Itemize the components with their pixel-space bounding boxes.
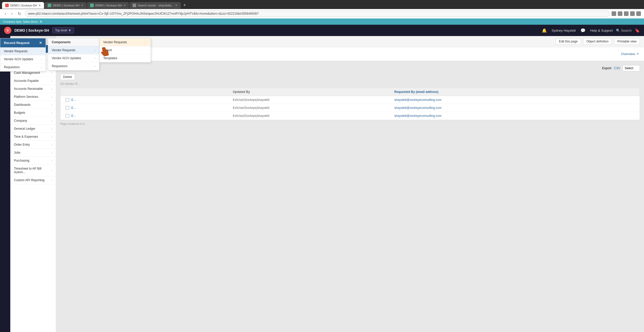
browser-icons — [612, 11, 641, 16]
tab-close-1[interactable]: ✕ — [38, 4, 41, 7]
sidebar-item-order-entry[interactable]: Order Entry › — [10, 141, 56, 149]
tab-1[interactable]: DEMO | Sockeye-SH ✕ — [2, 2, 44, 9]
page-toolbar: Edit this page Object definition Printab… — [56, 36, 644, 47]
export-csv-link[interactable]: CSV — [614, 66, 620, 70]
back-button[interactable]: ‹ — [3, 11, 7, 16]
top-level-button[interactable]: Top level ▼ — [52, 27, 74, 33]
action-controls: Delete — [60, 74, 640, 80]
sidebar-chevron-6: › — [51, 95, 52, 98]
new-tab-button[interactable]: + — [181, 2, 188, 9]
sidebar-label-construction: Construction | Sockeye — [14, 55, 46, 59]
sidebar-label-cash-management: Cash Management — [14, 71, 40, 75]
all-vendors-label: All Vendor R... — [60, 82, 640, 86]
tab-all[interactable]: All — [61, 50, 74, 58]
overview-link[interactable]: Overview ↗ — [621, 52, 639, 56]
sidebar-chevron-8: › — [51, 111, 52, 114]
sidebar-item-platform-services[interactable]: Platform Services › — [10, 93, 56, 101]
help-link[interactable]: Help & Support — [590, 29, 613, 32]
sidebar-label-budgets: Budgets — [14, 111, 25, 115]
edit-page-button[interactable]: Edit this page — [556, 38, 581, 45]
sidebar-label-order-entry: Order Entry — [14, 143, 30, 146]
sidebar-collapse-icon[interactable]: ▼ — [49, 39, 52, 42]
tab-favicon-1 — [5, 4, 9, 7]
sidebar-item-budgets[interactable]: Budgets › — [10, 109, 56, 117]
delete-button[interactable]: Delete — [60, 74, 75, 80]
tab-4[interactable]: Search results - shaysletta... ✕ — [129, 2, 181, 9]
sidebar-item-accounts-payable[interactable]: Accounts Payable › — [10, 77, 56, 85]
view-controls: View: A... — [60, 65, 80, 71]
row3-name[interactable]: E... — [71, 114, 233, 118]
sidebar-item-reports[interactable]: Reports › — [10, 61, 56, 69]
tab-close-3[interactable]: ✕ — [123, 4, 126, 7]
url-input[interactable] — [25, 11, 610, 17]
content-wrapper: Edit this page Object definition Printab… — [56, 36, 644, 332]
sidebar-item-construction[interactable]: Construction | Sockeye › — [10, 53, 56, 61]
sidebar-header: Record Request ▼ — [10, 36, 56, 45]
forward-button[interactable]: › — [10, 11, 14, 16]
table-row-3: E... ExtUser|Sockeye|shayslett shayslett… — [60, 112, 640, 120]
sidebar-label-reports: Reports — [14, 63, 25, 67]
home-icon[interactable]: ⌂ — [4, 48, 6, 52]
sidebar-item-cash-management[interactable]: Cash Management › — [10, 69, 56, 77]
browser-ext-icon-4 — [630, 11, 635, 16]
row3-requested[interactable]: shayslett@sockeyeconsulting.com — [394, 114, 637, 118]
view-selector[interactable]: A... — [70, 65, 80, 71]
sidebar-item-accounts-receivable[interactable]: Accounts Receivable › — [10, 85, 56, 93]
tab-label-4: Search results - shaysletta... — [138, 4, 173, 7]
tab-close-4[interactable]: ✕ — [175, 4, 178, 7]
sidebar-chevron-10: › — [51, 127, 52, 130]
sidebar-label-accounts-receivable: Accounts Receivable — [14, 87, 43, 91]
sidebar-item-jobs[interactable]: Jobs › — [10, 149, 56, 157]
printable-view-button[interactable]: Printable view — [614, 38, 640, 45]
sidebar-item-time-expenses[interactable]: Time & Expenses › — [10, 133, 56, 141]
row2-updated: ExtUser|Sockeye|shayslett — [233, 106, 394, 110]
col-header-name — [71, 90, 233, 94]
sidebar-chevron-0: › — [51, 48, 52, 50]
object-definition-button[interactable]: Object definition — [583, 38, 612, 45]
content-body-wrapper: View: A... Export: CSV Select Delete — [56, 61, 644, 332]
select-dropdown[interactable]: Select — [622, 65, 640, 71]
search-button[interactable]: 🔍 Search — [616, 29, 632, 32]
sidebar-item-purchasing[interactable]: Purchasing › — [10, 157, 56, 165]
star-icon[interactable]: ★ — [3, 39, 7, 43]
browser-ext-icon-2 — [618, 11, 622, 16]
table-area: View: A... Export: CSV Select Delete — [56, 61, 644, 332]
row1-requested[interactable]: shayslett@sockeyeconsulting.com — [394, 98, 637, 102]
tab-close-2[interactable]: ✕ — [81, 4, 83, 7]
user-name[interactable]: Sydney Hayslett — [552, 29, 576, 32]
tab-2[interactable]: DEMO | Sockeye-SH ✕ — [45, 2, 86, 9]
tab-3[interactable]: DEMO | Sockeye-SH ✕ — [87, 2, 129, 9]
col-header-updated: Updated By — [233, 90, 394, 94]
sidebar-item-record-request[interactable]: Record Request › — [10, 45, 56, 53]
company-bar-close[interactable]: ✕ — [39, 20, 42, 24]
row1-name[interactable]: E... — [71, 98, 233, 102]
chat-icon[interactable]: 💬 — [580, 28, 586, 33]
col-header-requested: Requested By (email address) — [394, 90, 637, 94]
sidebar-item-dashboards[interactable]: Dashboards › — [10, 101, 56, 109]
overview-text: Overview — [621, 52, 635, 56]
sidebar-label-platform-services: Platform Services — [14, 95, 38, 99]
sidebar-chevron-16: › — [51, 179, 52, 182]
tab-favicon-3 — [90, 4, 94, 7]
row2-name[interactable]: E... — [71, 106, 233, 110]
side-icons: ★ ⌂ — [0, 36, 10, 332]
row2-checkbox[interactable] — [64, 106, 71, 110]
sidebar-item-timesheet-ap[interactable]: Timesheet to AP Bill Autom... › — [10, 165, 56, 176]
row2-requested[interactable]: shayslett@sockeyeconsulting.com — [394, 106, 637, 110]
reload-button[interactable]: ↻ — [16, 11, 23, 17]
row3-updated: ExtUser|Sockeye|shayslett — [233, 114, 394, 118]
sidebar-label-general-ledger: General Ledger — [14, 127, 35, 130]
sidebar-item-company[interactable]: Company › — [10, 117, 56, 125]
sidebar-item-general-ledger[interactable]: General Ledger › — [10, 125, 56, 133]
row3-checkbox[interactable] — [64, 114, 71, 118]
tab-label-1: DEMO | Sockeye-SH — [10, 4, 37, 7]
search-icon: 🔍 — [616, 29, 620, 32]
bookmark-icon[interactable]: 🔖 — [635, 28, 640, 33]
sidebar-chevron-14: › — [51, 159, 52, 162]
main-layout: ★ ⌂ Record Request ▼ Record Request › Co… — [0, 36, 644, 332]
company-bar: Company type: Sales demo ✕ — [0, 19, 644, 25]
row1-checkbox[interactable] — [64, 98, 71, 102]
notification-icon[interactable]: 🔔 — [542, 28, 547, 33]
table-controls: View: A... Export: CSV Select — [60, 65, 640, 71]
sidebar-item-custom-api[interactable]: Custom API Reporting › — [10, 176, 56, 184]
